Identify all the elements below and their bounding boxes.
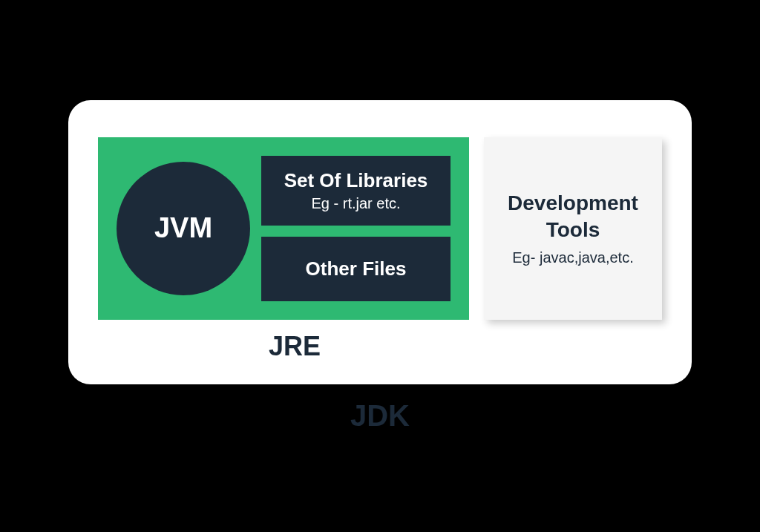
main-row: JVM Set Of Libraries Eg - rt.jar etc. Ot… (98, 137, 662, 320)
jre-right-stack: Set Of Libraries Eg - rt.jar etc. Other … (261, 156, 451, 301)
jvm-circle: JVM (117, 162, 250, 295)
other-files-label: Other Files (276, 257, 436, 280)
jvm-label: JVM (154, 212, 212, 244)
dev-tools-subtitle: Eg- javac,java,etc. (512, 249, 633, 266)
jdk-label: JDK (350, 399, 410, 433)
dev-tools-title: Development Tools (491, 190, 655, 244)
dev-tools-box: Development Tools Eg- javac,java,etc. (484, 137, 662, 320)
libraries-box: Set Of Libraries Eg - rt.jar etc. (261, 156, 451, 226)
libraries-title: Set Of Libraries (276, 169, 436, 192)
other-files-box: Other Files (261, 237, 451, 301)
libraries-subtitle: Eg - rt.jar etc. (276, 195, 436, 212)
jre-label: JRE (269, 331, 662, 362)
jdk-container: JVM Set Of Libraries Eg - rt.jar etc. Ot… (68, 100, 692, 384)
jre-box: JVM Set Of Libraries Eg - rt.jar etc. Ot… (98, 137, 469, 320)
